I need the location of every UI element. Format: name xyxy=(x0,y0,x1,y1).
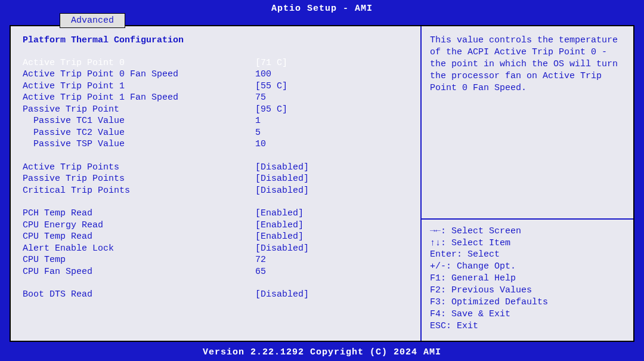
setting-row[interactable]: Passive TSP Value10 xyxy=(23,138,420,150)
setting-value: [Enabled] xyxy=(255,208,304,220)
setting-row[interactable]: Passive TC2 Value5 xyxy=(23,127,420,139)
setting-row[interactable]: CPU Energy Read[Enabled] xyxy=(23,220,420,232)
page-title: Platform Thermal Configuration xyxy=(23,35,420,47)
setting-label: Passive Trip Point xyxy=(23,104,255,116)
blank-row xyxy=(23,277,420,289)
setting-label: CPU Fan Speed xyxy=(23,266,255,278)
setting-label: PCH Temp Read xyxy=(23,208,255,220)
setting-row[interactable]: Critical Trip Points[Disabled] xyxy=(23,185,420,197)
legend-line: ↑↓: Select Item xyxy=(430,237,625,249)
setting-value: [Disabled] xyxy=(255,185,309,197)
setting-row[interactable]: Active Trip Point 0 Fan Speed100 xyxy=(23,69,420,81)
setting-label: Critical Trip Points xyxy=(23,185,255,197)
bios-screen: Aptio Setup - AMI Advanced Platform Ther… xyxy=(0,0,644,361)
setting-label: Alert Enable Lock xyxy=(23,243,255,255)
settings-panel: Platform Thermal Configuration Active Tr… xyxy=(11,26,422,341)
setting-label: Passive Trip Points xyxy=(23,173,255,185)
setting-label: Active Trip Point 0 xyxy=(23,57,255,69)
legend-line: ESC: Exit xyxy=(430,320,625,332)
setting-label: Active Trip Point 1 Fan Speed xyxy=(23,92,255,104)
legend-line: →←: Select Screen xyxy=(430,226,625,237)
setting-label: CPU Temp Read xyxy=(23,231,255,243)
setting-value: [71 C] xyxy=(255,57,287,69)
setting-row[interactable]: Passive TC1 Value1 xyxy=(23,115,420,127)
setting-value: 10 xyxy=(255,138,266,150)
setting-value: 65 xyxy=(255,266,266,278)
setting-row[interactable]: CPU Temp72 xyxy=(23,254,420,266)
setting-label: Passive TC2 Value xyxy=(23,127,255,139)
setting-label: Active Trip Points xyxy=(23,162,255,174)
setting-row[interactable]: PCH Temp Read[Enabled] xyxy=(23,208,420,220)
setting-label: Passive TC1 Value xyxy=(23,115,255,127)
setting-row[interactable]: Alert Enable Lock[Disabled] xyxy=(23,243,420,255)
setting-row[interactable]: CPU Fan Speed65 xyxy=(23,266,420,278)
footer-version: Version 2.22.1292 Copyright (C) 2024 AMI xyxy=(0,347,644,357)
setting-value: [Enabled] xyxy=(255,220,304,232)
setting-value: [Disabled] xyxy=(255,289,309,301)
setting-value: [Disabled] xyxy=(255,173,309,185)
legend-line: F3: Optimized Defaults xyxy=(430,297,625,308)
setting-row[interactable]: Boot DTS Read[Disabled] xyxy=(23,289,420,301)
legend-line: F1: General Help xyxy=(430,273,625,285)
panel-divider xyxy=(422,218,633,220)
key-legend: →←: Select Screen↑↓: Select ItemEnter: S… xyxy=(430,226,625,332)
content-area: Platform Thermal Configuration Active Tr… xyxy=(10,25,634,342)
setting-row[interactable]: Passive Trip Points[Disabled] xyxy=(23,173,420,185)
setting-label: CPU Temp xyxy=(23,254,255,266)
setting-label: Passive TSP Value xyxy=(23,138,255,150)
setting-row[interactable]: Active Trip Points[Disabled] xyxy=(23,162,420,174)
setting-value: 72 xyxy=(255,254,266,266)
setting-label: Active Trip Point 1 xyxy=(23,81,255,92)
setting-value: 1 xyxy=(255,115,261,127)
setting-value: [Disabled] xyxy=(255,162,309,174)
setting-row[interactable]: Active Trip Point 1[55 C] xyxy=(23,81,420,92)
blank-row xyxy=(23,196,420,208)
setting-label: Boot DTS Read xyxy=(23,289,255,301)
setting-value: 5 xyxy=(255,127,261,139)
setting-row[interactable]: Active Trip Point 1 Fan Speed75 xyxy=(23,92,420,104)
setting-value: [Disabled] xyxy=(255,243,309,255)
setting-label: Active Trip Point 0 Fan Speed xyxy=(23,69,255,81)
setting-row[interactable]: CPU Temp Read[Enabled] xyxy=(23,231,420,243)
setting-value: 75 xyxy=(255,92,266,104)
setting-value: [Enabled] xyxy=(255,231,304,243)
blank-row xyxy=(23,150,420,162)
legend-line: +/-: Change Opt. xyxy=(430,261,625,273)
tab-advanced[interactable]: Advanced xyxy=(60,13,125,28)
legend-line: Enter: Select xyxy=(430,249,625,261)
setting-value: [55 C] xyxy=(255,81,287,92)
help-panel: This value controls the temperature of t… xyxy=(422,26,633,341)
setting-value: [95 C] xyxy=(255,104,287,116)
setting-row[interactable]: Passive Trip Point[95 C] xyxy=(23,104,420,116)
setting-row[interactable]: Active Trip Point 0[71 C] xyxy=(23,57,420,69)
setting-label: CPU Energy Read xyxy=(23,220,255,232)
legend-line: F4: Save & Exit xyxy=(430,308,625,320)
setting-value: 100 xyxy=(255,69,271,81)
help-text: This value controls the temperature of t… xyxy=(430,35,625,214)
legend-line: F2: Previous Values xyxy=(430,285,625,297)
